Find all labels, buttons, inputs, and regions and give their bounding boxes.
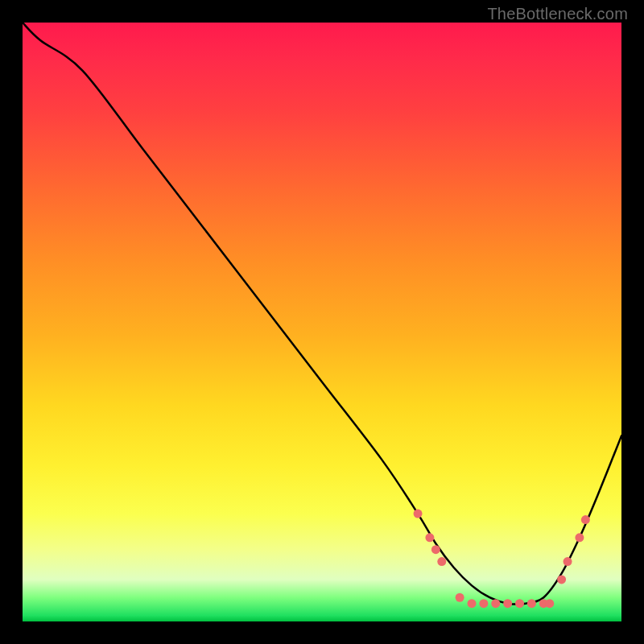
data-marker	[515, 599, 524, 608]
data-marker	[479, 599, 488, 608]
data-marker	[581, 515, 590, 524]
data-marker	[414, 510, 423, 518]
data-marker	[437, 557, 446, 566]
data-marker	[564, 557, 572, 566]
data-marker	[545, 599, 554, 608]
data-marker	[491, 599, 500, 608]
data-marker	[468, 599, 477, 608]
data-marker	[456, 593, 464, 602]
data-marker	[431, 545, 440, 554]
attribution-text: TheBottleneck.com	[487, 5, 628, 23]
curve-layer	[23, 23, 621, 605]
chart-svg	[23, 23, 621, 621]
plot-area	[23, 23, 621, 621]
data-marker	[425, 533, 434, 542]
marker-layer	[414, 510, 590, 609]
bottleneck-curve	[23, 23, 621, 605]
data-marker	[503, 599, 512, 608]
data-marker	[527, 599, 536, 608]
data-marker	[575, 533, 584, 542]
data-marker	[557, 575, 566, 584]
chart-frame: TheBottleneck.com	[0, 0, 644, 644]
